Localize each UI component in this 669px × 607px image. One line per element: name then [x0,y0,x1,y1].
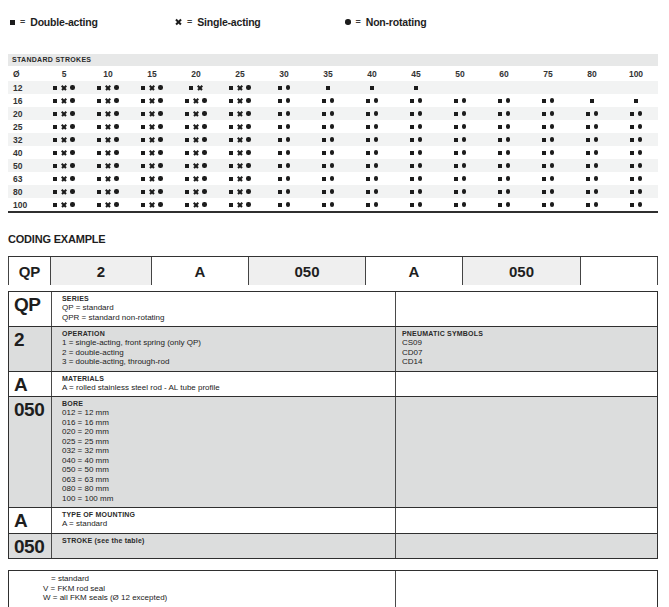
stroke-cell [350,133,394,146]
double-acting-icon [141,138,145,142]
stroke-column-header: 45 [394,66,438,81]
double-acting-icon [542,112,546,116]
single-acting-icon [237,176,243,182]
stroke-cell [306,107,350,120]
legend-item: =Non-rotating [345,16,426,28]
non-rotating-icon [114,189,119,194]
double-acting-icon [141,151,145,155]
section-line: QP = standard [62,303,395,313]
double-acting-icon [185,177,189,181]
non-rotating-icon [286,111,291,116]
non-rotating-icon [638,111,643,116]
stroke-cell [174,159,218,172]
double-acting-icon [141,86,145,90]
stroke-cell [42,198,86,211]
single-acting-icon [237,137,243,143]
double-acting-icon [278,86,282,90]
non-rotating-icon [462,163,467,168]
non-rotating-icon [202,189,207,194]
stroke-cell [482,81,526,94]
section-title: OPERATION [62,330,395,337]
non-rotating-icon [158,189,163,194]
single-acting-icon [105,150,111,156]
section-line: 032 = 32 mm [62,446,395,456]
single-acting-icon [237,189,243,195]
legend-item: =Double-acting [10,16,175,28]
non-rotating-icon [202,98,207,103]
double-acting-icon [586,177,590,181]
stroke-cell [570,133,614,146]
non-rotating-icon [550,189,555,194]
non-rotating-icon [550,202,555,207]
single-acting-icon [61,202,67,208]
section-title: STROKE (see the table) [62,537,395,544]
stroke-cell [482,133,526,146]
double-acting-icon [185,190,189,194]
non-rotating-icon [506,176,511,181]
pneumatic-symbol-line: CD14 [402,357,657,367]
non-rotating-icon [330,137,335,142]
pneumatic-symbols-title: PNEUMATIC SYMBOLS [402,330,657,337]
single-acting-icon [105,124,111,130]
stroke-cell [42,94,86,107]
section-line: 063 = 63 mm [62,475,395,485]
non-rotating-icon [418,202,423,207]
double-acting-icon [141,112,145,116]
single-acting-icon [237,163,243,169]
double-acting-icon [229,112,233,116]
stroke-cell [130,146,174,159]
stroke-cell [86,120,130,133]
stroke-cell [42,107,86,120]
stroke-cell [174,120,218,133]
breakdown-section: 2OPERATION1 = single-acting, front sprin… [9,326,657,371]
section-description: BORE012 = 12 mm016 = 16 mm020 = 20 mm025… [51,397,395,507]
non-rotating-icon [202,137,207,142]
non-rotating-icon [462,150,467,155]
non-rotating-icon [158,137,163,142]
stroke-cell [438,133,482,146]
breakdown-section: QPSERIESQP = standardQPR = standard non-… [9,292,657,326]
double-acting-icon [410,190,414,194]
single-acting-icon [61,150,67,156]
non-rotating-icon [506,163,511,168]
bore-row-label: 32 [8,133,42,146]
single-acting-icon [61,189,67,195]
stroke-cell [394,172,438,185]
stroke-cell [262,107,306,120]
non-rotating-icon [286,85,291,90]
stroke-cell [350,198,394,211]
double-acting-icon [410,138,414,142]
seal-options-box: = standardV = FKM rod sealW = all FKM se… [8,570,658,607]
non-rotating-icon [158,163,163,168]
code-segment: A [152,257,249,285]
single-acting-icon [149,176,155,182]
stroke-cell [350,159,394,172]
single-acting-cross-icon [175,19,182,26]
section-line: 1 = single-acting, front spring (only QP… [62,338,395,348]
double-acting-icon [454,99,458,103]
stroke-cell [614,107,658,120]
non-rotating-icon [286,137,291,142]
breakdown-section: 050STROKE (see the table) [9,533,657,558]
seal-options-right-cell [395,571,657,607]
stroke-cell [306,120,350,133]
stroke-cell [614,94,658,107]
double-acting-icon [366,164,370,168]
equals-sign: = [20,17,25,27]
section-description: MATERIALSA = rolled stainless steel rod … [51,372,395,397]
stroke-cell [394,185,438,198]
pneumatic-symbol-line: CD07 [402,348,657,358]
stroke-cell [306,94,350,107]
single-acting-icon [105,85,111,91]
double-acting-icon [322,203,326,207]
non-rotating-icon [114,137,119,142]
breakdown-section: AMATERIALSA = rolled stainless steel rod… [9,371,657,397]
non-rotating-icon [70,98,75,103]
double-acting-icon [370,86,374,90]
double-acting-icon [97,138,101,142]
stroke-cell [614,198,658,211]
bore-row-label: 50 [8,159,42,172]
stroke-cell [394,107,438,120]
breakdown-section: ATYPE OF MOUNTINGA = standard [9,507,657,533]
section-right-cell [395,508,657,533]
